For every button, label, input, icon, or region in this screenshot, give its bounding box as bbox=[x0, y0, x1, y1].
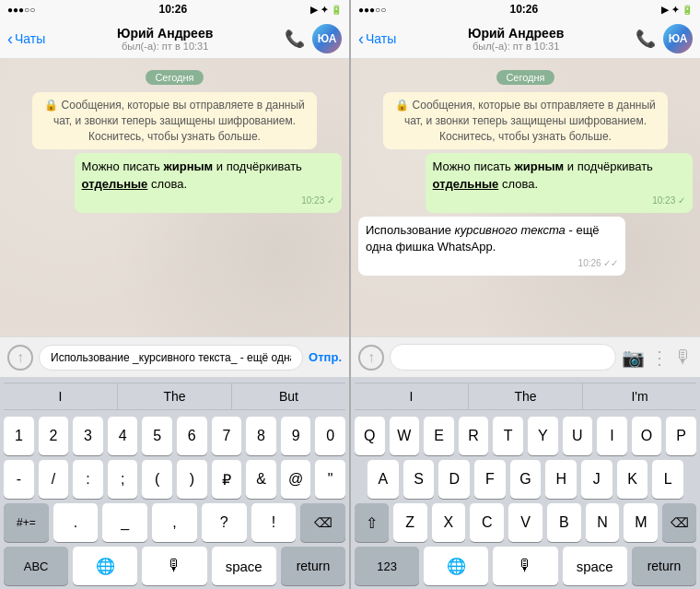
system-message-right[interactable]: 🔒 Сообщения, которые вы отправляете в да… bbox=[383, 92, 668, 149]
header-right-right: 📞 ЮА bbox=[636, 24, 693, 53]
key-9-left[interactable]: 9 bbox=[281, 417, 311, 455]
attach-button-right[interactable]: ↑ bbox=[358, 345, 384, 371]
chat-area-right: Сегодня 🔒 Сообщения, которые вы отправля… bbox=[351, 59, 700, 336]
send-button-left[interactable]: Отпр. bbox=[309, 350, 342, 364]
autocomplete-item-1-right[interactable]: The bbox=[469, 383, 583, 409]
key-rub-left[interactable]: ₽ bbox=[212, 460, 242, 499]
key-h-right[interactable]: H bbox=[545, 460, 577, 499]
shift-key-right[interactable]: ⇧ bbox=[355, 503, 389, 542]
key-u-right[interactable]: U bbox=[563, 417, 593, 455]
key-i-right[interactable]: I bbox=[597, 417, 627, 455]
message-input-right[interactable] bbox=[390, 344, 616, 371]
key-lparen-left[interactable]: ( bbox=[142, 460, 172, 499]
key-question-left[interactable]: ? bbox=[202, 503, 247, 542]
camera-icon-right[interactable]: 📷 bbox=[622, 347, 645, 369]
phone-icon-right[interactable]: 📞 bbox=[636, 29, 656, 49]
system-message-left[interactable]: 🔒 Сообщения, которые вы отправляете в да… bbox=[32, 92, 317, 149]
key-e-right[interactable]: E bbox=[424, 417, 454, 455]
key-1-left[interactable]: 1 bbox=[4, 417, 34, 455]
system-text-right: 🔒 Сообщения, которые вы отправляете в да… bbox=[395, 99, 656, 143]
key-b-right[interactable]: B bbox=[547, 503, 581, 542]
key-j-right[interactable]: J bbox=[581, 460, 612, 499]
key-5-left[interactable]: 5 bbox=[142, 417, 172, 455]
key-semicolon-left[interactable]: ; bbox=[108, 460, 138, 499]
key-hashtag-left[interactable]: #+= bbox=[4, 503, 49, 542]
abc-key-left[interactable]: ABC bbox=[4, 547, 68, 585]
message-input-left[interactable] bbox=[39, 345, 303, 371]
back-button-right[interactable]: ‹ Чаты bbox=[358, 30, 396, 47]
phone-icon-left[interactable]: 📞 bbox=[285, 29, 305, 49]
header-right-left: 📞 ЮА bbox=[285, 24, 342, 53]
key-quote-left[interactable]: " bbox=[315, 460, 345, 499]
key-0-left[interactable]: 0 bbox=[315, 417, 345, 455]
autocomplete-item-0-right[interactable]: I bbox=[355, 383, 469, 409]
mic-icon-right[interactable]: 🎙 bbox=[674, 347, 693, 368]
contact-sub-right: был(-а): пт в 10:31 bbox=[472, 41, 559, 52]
autocomplete-item-1-left[interactable]: The bbox=[118, 383, 232, 409]
key-x-right[interactable]: X bbox=[432, 503, 466, 542]
mic-key-left[interactable]: 🎙 bbox=[142, 547, 206, 585]
battery-icons-right: ▶ ✦ 🔋 bbox=[661, 5, 693, 15]
avatar-left[interactable]: ЮА bbox=[312, 24, 342, 53]
key-g-right[interactable]: G bbox=[510, 460, 542, 499]
key-o-right[interactable]: O bbox=[632, 417, 662, 455]
autocomplete-item-2-right[interactable]: I'm bbox=[583, 383, 696, 409]
key-amp-left[interactable]: & bbox=[246, 460, 276, 499]
key-rparen-left[interactable]: ) bbox=[177, 460, 207, 499]
keyboard-right: I The I'm Q W E R T Y U I O P A S D F G … bbox=[351, 377, 700, 589]
mic-key-right[interactable]: 🎙 bbox=[493, 547, 557, 585]
autocomplete-item-0-left[interactable]: I bbox=[4, 383, 118, 409]
globe-key-right[interactable]: 🌐 bbox=[424, 547, 488, 585]
key-c-right[interactable]: C bbox=[470, 503, 504, 542]
key-z-right[interactable]: Z bbox=[393, 503, 427, 542]
key-excl-left[interactable]: ! bbox=[251, 503, 297, 542]
key-dot-left[interactable]: . bbox=[53, 503, 99, 542]
key-d-right[interactable]: D bbox=[438, 460, 470, 499]
key-at-left[interactable]: @ bbox=[281, 460, 311, 499]
return-key-right[interactable]: return bbox=[632, 547, 696, 585]
key-s-right[interactable]: S bbox=[403, 460, 435, 499]
key-underscore-left[interactable]: _ bbox=[102, 503, 147, 542]
key-a-right[interactable]: A bbox=[368, 460, 399, 499]
qwerty-row3-right: ⇧ Z X C V B N M ⌫ bbox=[355, 503, 696, 542]
return-key-left[interactable]: return bbox=[281, 547, 345, 585]
key-2-left[interactable]: 2 bbox=[39, 417, 69, 455]
globe-key-left[interactable]: 🌐 bbox=[73, 547, 137, 585]
key-v-right[interactable]: V bbox=[508, 503, 542, 542]
key-dash-left[interactable]: - bbox=[4, 460, 34, 499]
key-4-left[interactable]: 4 bbox=[108, 417, 138, 455]
key-f-right[interactable]: F bbox=[474, 460, 506, 499]
backspace-key-left[interactable]: ⌫ bbox=[300, 503, 345, 542]
key-r-right[interactable]: R bbox=[459, 417, 489, 455]
key-k-right[interactable]: K bbox=[617, 460, 648, 499]
autocomplete-item-2-left[interactable]: But bbox=[232, 383, 345, 409]
space-key-left[interactable]: space bbox=[212, 547, 276, 585]
key-m-right[interactable]: M bbox=[624, 503, 658, 542]
key-n-right[interactable]: N bbox=[586, 503, 620, 542]
key-slash-left[interactable]: / bbox=[39, 460, 69, 499]
key-y-right[interactable]: Y bbox=[528, 417, 558, 455]
key-3-left[interactable]: 3 bbox=[73, 417, 103, 455]
key-p-right[interactable]: P bbox=[666, 417, 696, 455]
key-6-left[interactable]: 6 bbox=[177, 417, 207, 455]
back-button-left[interactable]: ‹ Чаты bbox=[7, 30, 45, 47]
num123-key-right[interactable]: 123 bbox=[355, 547, 419, 585]
key-w-right[interactable]: W bbox=[390, 417, 420, 455]
space-key-right[interactable]: space bbox=[563, 547, 627, 585]
chat-header-left: ‹ Чаты Юрий Андреев был(-а): пт в 10:31 … bbox=[0, 18, 349, 59]
key-l-right[interactable]: L bbox=[652, 460, 683, 499]
date-badge-right: Сегодня bbox=[496, 70, 554, 85]
key-q-right[interactable]: Q bbox=[355, 417, 385, 455]
key-comma-left[interactable]: , bbox=[152, 503, 197, 542]
header-center-left: Юрий Андреев был(-а): пт в 10:31 bbox=[45, 26, 285, 52]
avatar-right[interactable]: ЮА bbox=[663, 24, 693, 53]
backspace-key-right[interactable]: ⌫ bbox=[662, 503, 696, 542]
back-chevron-right: ‹ bbox=[358, 30, 364, 47]
key-t-right[interactable]: T bbox=[493, 417, 523, 455]
key-8-left[interactable]: 8 bbox=[246, 417, 276, 455]
more-icon-right[interactable]: ⋮ bbox=[650, 347, 669, 369]
input-area-right: ↑ 📷 ⋮ 🎙 bbox=[351, 336, 700, 377]
key-colon-left[interactable]: : bbox=[73, 460, 103, 499]
key-7-left[interactable]: 7 bbox=[212, 417, 242, 455]
attach-button-left[interactable]: ↑ bbox=[7, 345, 33, 371]
